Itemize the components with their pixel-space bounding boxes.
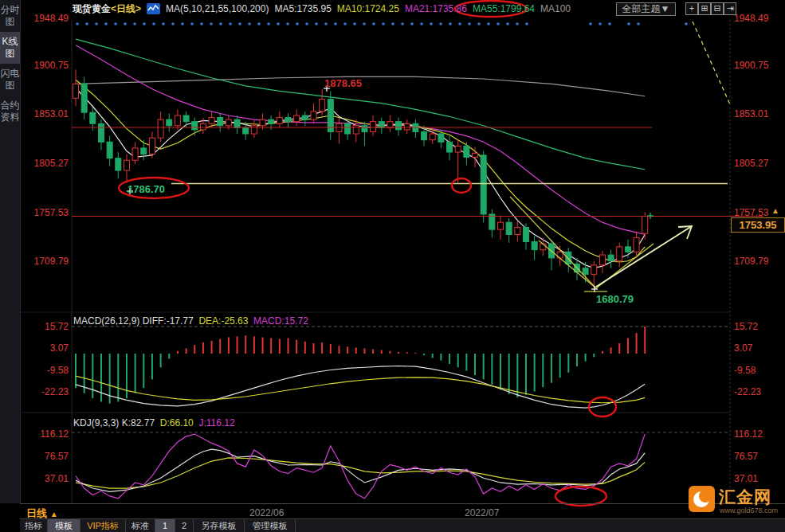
axis-label: 1805.27 [734, 158, 780, 169]
kdj-title: KDJ(9,3,3) K:82.77 [73, 417, 155, 428]
ma-params-label: MA(5,10,21,55,100,200) [166, 3, 269, 14]
period-tag: <日线> [111, 3, 141, 14]
axis-label: 3.07 [734, 342, 780, 354]
template-toolbar: 指标模板VIP指标标准12另存模板管理模板 [20, 518, 785, 532]
signal-dot-row [76, 22, 688, 25]
kdj-panel-header: KDJ(9,3,3) K:82.77 D:66.10 J:116.12 [73, 417, 235, 428]
date-label-june: 2022/06 [249, 507, 284, 518]
axis-label: 76.57 [22, 451, 69, 462]
kdj-panel [76, 434, 645, 499]
ma55-value: MA55:1799.64 [473, 3, 535, 14]
axis-label: 37.01 [734, 473, 780, 484]
axis-label: 1853.01 [22, 108, 69, 119]
trading-app-window: 分时图 K线图 闪电图 合约资料 1786.701878.651680.79 现… [0, 0, 785, 532]
axis-label: 15.72 [22, 321, 69, 332]
toolbar-tab-2[interactable]: 模板 [48, 519, 80, 532]
axis-label: -9.58 [22, 365, 69, 376]
axis-label: 1853.01 [734, 108, 780, 119]
toolbar-tab-4[interactable]: 标准 [126, 519, 155, 532]
axis-label: 76.57 [734, 451, 780, 462]
axis-label: 1757.53 [22, 207, 69, 218]
shrink-icon[interactable]: ⊟ [711, 2, 724, 15]
axis-label: -22.23 [22, 386, 69, 397]
period-label: 日线 [26, 507, 47, 519]
axis-label: 37.01 [22, 473, 69, 484]
axis-label: 1948.49 [734, 13, 780, 24]
macd-panel [76, 327, 645, 408]
macd-panel-header: MACD(26,12,9) DIFF:-17.77 DEA:-25.63 MAC… [73, 315, 308, 327]
drawn-annotations [72, 22, 763, 291]
axis-label: 1900.75 [22, 60, 69, 71]
axis-label: -22.23 [734, 386, 780, 397]
axis-label: 3.07 [22, 342, 69, 354]
ma5-value: MA5:1735.95 [274, 3, 331, 14]
svg-text:1878.65: 1878.65 [324, 77, 362, 89]
svg-text:1680.79: 1680.79 [596, 293, 634, 305]
tile-icon[interactable]: ⊞ [698, 2, 711, 15]
chart-canvas[interactable]: 1786.701878.651680.79 [0, 0, 785, 532]
toolbar-tab-8[interactable]: 管理模板 [245, 519, 296, 532]
kdj-d-value: D:66.10 [160, 417, 194, 428]
toolbar-tab-3[interactable]: VIP指标 [80, 519, 126, 532]
axis-divider [20, 503, 785, 504]
theme-select-button[interactable]: 全部主题▼ [616, 2, 676, 16]
ma21-value: MA21:1735.86 [405, 3, 467, 14]
symbol-name: 现货黄金 [73, 3, 111, 14]
macd-title: MACD(26,12,9) DIFF:-17.77 [73, 315, 194, 327]
toolbar-tab-6[interactable]: 2 [175, 519, 194, 532]
toolbar-tab-1[interactable]: 指标 [20, 519, 48, 532]
axis-label: 15.72 [734, 321, 780, 332]
axis-label: 1948.49 [22, 13, 69, 24]
candles [73, 70, 648, 291]
toolbar-tab-7[interactable]: 另存模板 [194, 519, 245, 532]
chart-icon[interactable] [147, 3, 160, 14]
ma-lines [76, 39, 645, 268]
price-up-marker: ▲ [771, 206, 779, 215]
ma100-value: MA100 [540, 3, 571, 14]
date-label-july: 2022/07 [465, 507, 499, 518]
last-price-box: 1753.95 [731, 217, 785, 233]
huijin-logo-text: 汇金网 [719, 486, 771, 508]
huijin-logo-icon [689, 486, 715, 512]
axis-label: -9.58 [734, 365, 780, 376]
axis-label: 116.12 [22, 428, 69, 440]
chart-header: 现货黄金<日线> MA(5,10,21,55,100,200) MA5:1735… [73, 2, 571, 16]
axis-label: 1900.75 [734, 60, 780, 71]
macd-dea-value: DEA:-25.63 [198, 315, 248, 327]
axis-label: 1709.79 [734, 256, 780, 267]
kdj-j-value: J:116.12 [198, 417, 234, 428]
period-caret-icon: ▲ [50, 510, 58, 518]
ma10-value: MA10:1724.25 [337, 3, 399, 14]
price-annotations: 1786.701878.651680.79 [128, 77, 634, 305]
pan-icon[interactable]: + [685, 2, 698, 15]
toolbar-tab-5[interactable]: 1 [155, 519, 175, 532]
axis-label: 1709.79 [22, 256, 69, 267]
huijin-logo-url: www.gold678.com [720, 507, 778, 514]
axis-label: 116.12 [734, 428, 780, 440]
axis-label: 1805.27 [22, 158, 69, 169]
macd-value: MACD:15.72 [253, 315, 308, 327]
svg-text:1786.70: 1786.70 [128, 183, 165, 195]
